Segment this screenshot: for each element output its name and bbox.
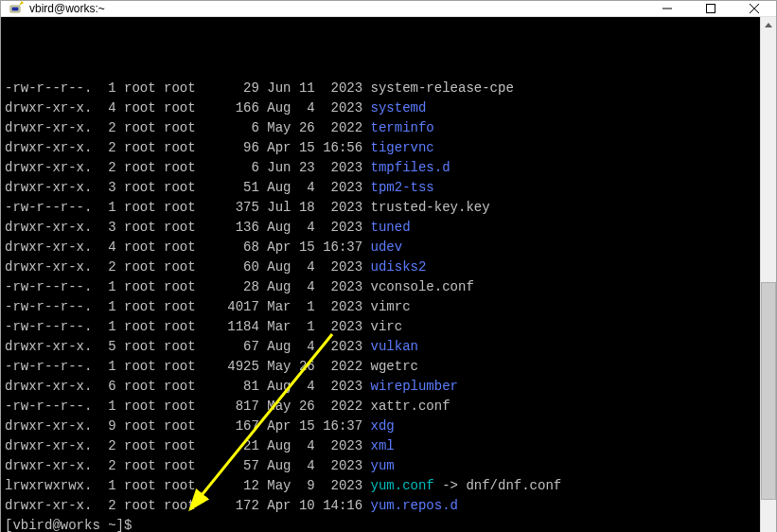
col-group: root — [164, 239, 196, 255]
col-permissions: drwxr-xr-x. — [5, 180, 92, 195]
scroll-thumb[interactable] — [761, 282, 776, 500]
vertical-scrollbar[interactable] — [760, 17, 776, 532]
col-day: 15 — [291, 140, 315, 155]
col-group: root — [164, 498, 196, 513]
col-owner: root — [124, 80, 156, 96]
col-size: 172 — [196, 498, 259, 513]
col-size: 21 — [196, 438, 259, 453]
listing-row: drwxr-xr-x. 2 root root 21 Aug 4 2023 xm… — [5, 436, 756, 456]
col-day: 1 — [291, 299, 315, 314]
col-time: 2023 — [315, 339, 362, 354]
listing-row: drwxr-xr-x. 2 root root 96 Apr 15 16:56 … — [5, 138, 756, 158]
col-day: 4 — [291, 180, 315, 195]
col-group: root — [164, 438, 196, 453]
col-filename: vimrc — [371, 299, 411, 314]
col-filename: tigervnc — [371, 140, 434, 155]
col-owner: root — [124, 140, 156, 155]
col-links: 3 — [92, 180, 115, 195]
col-day: 26 — [291, 359, 315, 374]
col-size: 6 — [196, 120, 259, 135]
listing-row: drwxr-xr-x. 2 root root 172 Apr 10 14:16… — [5, 496, 756, 516]
col-owner: root — [124, 200, 156, 215]
col-owner: root — [124, 100, 156, 115]
col-filename: vconsole.conf — [371, 279, 474, 294]
col-time: 16:37 — [315, 418, 362, 434]
col-time: 2023 — [315, 80, 362, 96]
col-links: 5 — [92, 339, 115, 354]
col-day: 1 — [291, 319, 315, 334]
col-day: 26 — [291, 399, 315, 414]
col-permissions: -rw-r--r--. — [5, 279, 92, 294]
col-month: May — [267, 399, 291, 414]
col-size: 28 — [196, 279, 259, 294]
col-month: Apr — [267, 239, 291, 255]
listing-row: -rw-r--r--. 1 root root 28 Aug 4 2023 vc… — [5, 277, 756, 297]
scroll-up-button[interactable] — [761, 17, 776, 33]
col-owner: root — [124, 339, 156, 354]
col-group: root — [164, 418, 196, 434]
maximize-button[interactable] — [689, 1, 733, 16]
col-time: 2023 — [315, 319, 362, 334]
col-owner: root — [124, 379, 156, 394]
col-filename: yum.conf — [371, 478, 434, 493]
close-button[interactable] — [733, 1, 776, 16]
col-filename: xml — [371, 438, 395, 453]
col-size: 67 — [196, 339, 259, 354]
col-links: 1 — [92, 299, 115, 314]
col-permissions: drwxr-xr-x. — [5, 418, 92, 434]
col-month: Mar — [267, 299, 291, 314]
col-filename: xattr.conf — [371, 399, 450, 414]
col-filename: virc — [371, 319, 403, 334]
col-day: 23 — [291, 160, 315, 175]
col-group: root — [164, 80, 196, 96]
titlebar[interactable]: vbird@works:~ — [1, 1, 776, 17]
listing-row: drwxr-xr-x. 9 root root 167 Apr 15 16:37… — [5, 417, 756, 436]
col-day: 4 — [291, 259, 315, 275]
col-permissions: drwxr-xr-x. — [5, 140, 92, 155]
listing-row: -rw-r--r--. 1 root root 817 May 26 2022 … — [5, 397, 756, 417]
col-time: 2023 — [315, 220, 362, 235]
col-permissions: drwxr-xr-x. — [5, 160, 92, 175]
shell-prompt[interactable]: [vbird@works ~]$ — [5, 516, 756, 532]
svg-rect-6 — [707, 5, 715, 13]
col-group: root — [164, 339, 196, 354]
col-owner: root — [124, 418, 156, 434]
col-links: 2 — [92, 458, 115, 473]
col-day: 4 — [291, 379, 315, 394]
col-links: 3 — [92, 220, 115, 235]
minimize-button[interactable] — [645, 1, 689, 16]
col-filename: udev — [371, 239, 403, 255]
listing-row: -rw-r--r--. 1 root root 29 Jun 11 2023 s… — [5, 79, 756, 98]
col-filename: trusted-key.key — [371, 200, 490, 215]
terminal-content[interactable]: -rw-r--r--. 1 root root 29 Jun 11 2023 s… — [1, 17, 760, 532]
col-time: 2023 — [315, 279, 362, 294]
col-owner: root — [124, 220, 156, 235]
col-month: Jun — [267, 80, 291, 96]
col-group: root — [164, 379, 196, 394]
col-month: Jul — [267, 200, 291, 215]
col-owner: root — [124, 239, 156, 255]
col-group: root — [164, 220, 196, 235]
col-permissions: drwxr-xr-x. — [5, 259, 92, 275]
col-permissions: lrwxrwxrwx. — [5, 478, 92, 493]
col-time: 16:56 — [315, 140, 362, 155]
col-day: 4 — [291, 279, 315, 294]
col-day: 4 — [291, 438, 315, 453]
col-size: 166 — [196, 100, 259, 115]
col-time: 2023 — [315, 200, 362, 215]
col-month: Aug — [267, 220, 291, 235]
col-time: 2023 — [315, 100, 362, 115]
col-month: Aug — [267, 438, 291, 453]
col-group: root — [164, 279, 196, 294]
col-month: Apr — [267, 140, 291, 155]
col-group: root — [164, 100, 196, 115]
col-group: root — [164, 458, 196, 473]
listing-row: -rw-r--r--. 1 root root 4017 Mar 1 2023 … — [5, 297, 756, 317]
listing-row: drwxr-xr-x. 2 root root 57 Aug 4 2023 yu… — [5, 456, 756, 476]
col-group: root — [164, 319, 196, 334]
col-time: 2023 — [315, 379, 362, 394]
col-owner: root — [124, 359, 156, 374]
link-arrow: -> — [434, 478, 467, 493]
col-owner: root — [124, 299, 156, 314]
col-day: 10 — [291, 498, 315, 513]
